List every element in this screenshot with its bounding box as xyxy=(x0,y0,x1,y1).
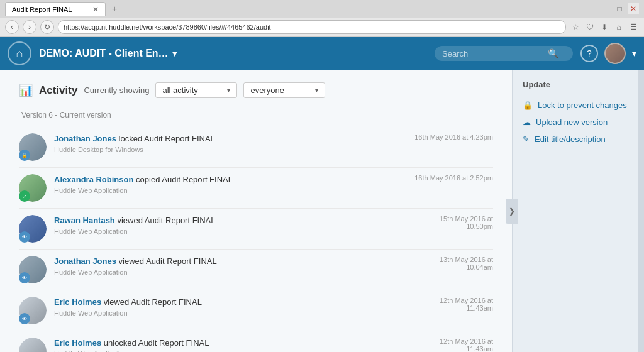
active-tab[interactable]: Audit Report FINAL ✕ xyxy=(5,2,106,16)
search-bar[interactable]: 🔍 xyxy=(435,46,573,61)
sidebar-item[interactable]: 🔒 Lock to prevent changes xyxy=(523,97,628,114)
version-label: Version 6 - Current version xyxy=(19,111,493,119)
user-menu-dropdown-icon[interactable]: ▾ xyxy=(632,48,636,58)
download-icon[interactable]: ⬇ xyxy=(599,21,610,33)
sidebar-title: Update xyxy=(523,80,628,89)
who-filter-dropdown[interactable]: everyone ▾ xyxy=(243,82,325,98)
activity-time: 15th May 2016 at10.50pm xyxy=(440,215,493,230)
user-avatar[interactable] xyxy=(604,43,626,64)
activity-user-link[interactable]: Rawan Hantash xyxy=(54,216,115,225)
activity-list: 🔒 Jonathan Jones locked Audit Report FIN… xyxy=(19,127,493,352)
shield-icon[interactable]: 🛡 xyxy=(584,21,596,33)
close-btn[interactable]: ✕ xyxy=(628,3,639,14)
activity-avatar-wrap: 🔒 xyxy=(19,133,47,161)
sidebar-item[interactable]: ✎ Edit title/description xyxy=(523,131,628,148)
activity-content: Eric Holmes unlocked Audit Report FINAL … xyxy=(54,338,432,352)
activity-filter-arrow: ▾ xyxy=(227,87,230,94)
activity-source: Huddle Web Application xyxy=(54,228,432,235)
sidebar-item-icon: ✎ xyxy=(523,135,530,144)
tab-bar: Audit Report FINAL ✕ + ─ □ ✕ xyxy=(0,0,644,18)
bookmark-star-icon[interactable]: ☆ xyxy=(570,21,581,33)
activity-text: Rawan Hantash viewed Audit Report FINAL xyxy=(54,215,432,226)
scrollbar[interactable] xyxy=(638,70,644,352)
activity-action: copied Audit Report FINAL xyxy=(136,175,233,184)
settings-icon[interactable]: ☰ xyxy=(628,21,639,33)
sidebar-collapse-btn[interactable]: ❯ xyxy=(506,199,518,224)
activity-user-link[interactable]: Jonathan Jones xyxy=(54,134,116,143)
url-input[interactable]: https://acqp.nt.huddle.net/workspace/378… xyxy=(58,20,566,34)
activity-avatar-wrap: 👁 xyxy=(19,297,47,324)
activity-user-link[interactable]: Eric Holmes xyxy=(54,338,101,348)
activity-text: Alexandra Robinson copied Audit Report F… xyxy=(54,174,407,185)
badge-icon: 🔒 xyxy=(21,153,28,158)
activity-text: Jonathan Jones viewed Audit Report FINAL xyxy=(54,256,432,267)
activity-item: 🔒 Jonathan Jones locked Audit Report FIN… xyxy=(19,127,493,168)
maximize-btn[interactable]: □ xyxy=(614,3,625,14)
sidebar-items: 🔒 Lock to prevent changes ☁ Upload new v… xyxy=(523,97,628,148)
address-bar: ‹ › ↻ https://acqp.nt.huddle.net/workspa… xyxy=(0,18,644,36)
activity-text: Eric Holmes viewed Audit Report FINAL xyxy=(54,297,432,308)
sidebar-item-icon: 🔒 xyxy=(523,101,533,110)
activity-time: 16th May 2016 at 4.23pm xyxy=(414,133,493,141)
activity-action: viewed Audit Report FINAL xyxy=(104,297,202,307)
minimize-btn[interactable]: ─ xyxy=(600,3,611,14)
refresh-btn[interactable]: ↻ xyxy=(40,20,54,34)
home-icon: ⌂ xyxy=(16,47,23,60)
activity-time: 12th May 2016 at11.43am xyxy=(440,297,493,312)
activity-time: 16th May 2016 at 2.52pm xyxy=(414,174,493,182)
new-tab-btn[interactable]: + xyxy=(108,3,121,15)
activity-filter-label: all activity xyxy=(162,85,197,95)
sidebar-item-label: Edit title/description xyxy=(535,135,606,144)
activity-source: Huddle Web Application xyxy=(54,187,407,194)
sidebar-item[interactable]: ☁ Upload new version xyxy=(523,114,628,131)
activity-user-link[interactable]: Jonathan Jones xyxy=(54,256,116,266)
activity-user-avatar xyxy=(19,338,47,352)
sidebar-item-label: Upload new version xyxy=(536,118,608,127)
activity-time: 12th May 2016 at11.43am xyxy=(440,338,493,352)
activity-text: Jonathan Jones locked Audit Report FINAL xyxy=(54,133,407,145)
activity-action: locked Audit Report FINAL xyxy=(119,134,215,143)
badge-icon: 👁 xyxy=(22,316,27,322)
who-filter-label: everyone xyxy=(250,85,284,95)
search-input[interactable] xyxy=(442,49,543,58)
activity-avatar-wrap: ↗ xyxy=(19,174,47,202)
activity-user-link[interactable]: Eric Holmes xyxy=(54,297,101,307)
help-icon: ? xyxy=(587,48,592,58)
activity-item: ↗ Alexandra Robinson copied Audit Report… xyxy=(19,168,493,209)
home-button[interactable]: ⌂ xyxy=(8,41,31,65)
activity-action: unlocked Audit Report FINAL xyxy=(104,338,209,348)
activity-content: Jonathan Jones viewed Audit Report FINAL… xyxy=(54,256,432,276)
badge-icon: 👁 xyxy=(22,234,27,240)
activity-item: 👁 Eric Holmes viewed Audit Report FINAL … xyxy=(19,290,493,331)
activity-action-badge: 👁 xyxy=(19,272,30,283)
activity-item: 👁 Rawan Hantash viewed Audit Report FINA… xyxy=(19,209,493,250)
activity-bar-chart-icon: 📊 xyxy=(19,84,33,97)
activity-title: Activity xyxy=(39,84,77,97)
back-btn[interactable]: ‹ xyxy=(5,20,19,34)
sidebar: Update 🔒 Lock to prevent changes ☁ Uploa… xyxy=(512,70,638,352)
activity-time: 13th May 2016 at10.04am xyxy=(440,256,493,271)
home-browser-icon[interactable]: ⌂ xyxy=(613,21,625,33)
activity-filter-dropdown[interactable]: all activity ▾ xyxy=(155,82,237,98)
content-area: 📊 Activity Currently showing all activit… xyxy=(0,70,512,352)
activity-action-badge: 🔒 xyxy=(19,150,30,161)
badge-icon: 👁 xyxy=(22,275,27,281)
activity-action-badge: ↗ xyxy=(19,190,30,202)
search-icon: 🔍 xyxy=(548,48,558,58)
tab-label: Audit Report FINAL xyxy=(12,6,72,13)
tab-close-btn[interactable]: ✕ xyxy=(92,5,99,14)
sidebar-item-icon: ☁ xyxy=(523,118,531,127)
help-button[interactable]: ? xyxy=(580,45,598,62)
activity-user-link[interactable]: Alexandra Robinson xyxy=(54,175,133,184)
activity-avatar-wrap: ✓ xyxy=(19,338,47,352)
sidebar-item-label: Lock to prevent changes xyxy=(538,101,627,110)
title-dropdown-icon[interactable]: ▾ xyxy=(172,48,177,58)
activity-text: Eric Holmes unlocked Audit Report FINAL xyxy=(54,338,432,349)
activity-action: viewed Audit Report FINAL xyxy=(119,256,217,266)
activity-content: Rawan Hantash viewed Audit Report FINAL … xyxy=(54,215,432,235)
browser-toolbar: ☆ 🛡 ⬇ ⌂ ☰ xyxy=(570,21,639,33)
activity-content: Eric Holmes viewed Audit Report FINAL Hu… xyxy=(54,297,432,317)
app-title-area: DEMO: AUDIT - Client En… ▾ xyxy=(39,48,427,59)
forward-btn[interactable]: › xyxy=(23,20,36,34)
activity-source: Huddle Web Application xyxy=(54,309,432,317)
